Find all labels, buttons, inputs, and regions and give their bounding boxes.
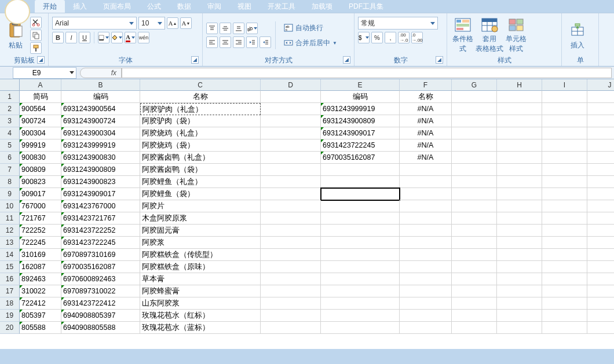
cell[interactable]: 6970035162087 — [321, 152, 400, 164]
cell[interactable] — [542, 322, 587, 334]
cell[interactable] — [497, 139, 542, 152]
border-button[interactable] — [98, 32, 109, 43]
cell[interactable] — [587, 115, 614, 127]
col-header-A[interactable]: A — [20, 79, 61, 91]
cell[interactable] — [587, 176, 614, 188]
cell[interactable] — [452, 164, 497, 176]
cell[interactable]: 6940908805588 — [61, 322, 140, 334]
cell[interactable]: 6931423722245 — [61, 237, 140, 249]
cell[interactable] — [587, 152, 614, 164]
cell[interactable]: 6970897310169 — [61, 249, 140, 261]
cell[interactable] — [261, 188, 321, 200]
decrease-font-button[interactable]: A▼ — [180, 17, 192, 29]
cell[interactable] — [587, 127, 614, 139]
cell[interactable] — [452, 273, 497, 285]
copy-button[interactable] — [30, 30, 42, 41]
cell[interactable] — [261, 297, 321, 310]
cell[interactable] — [497, 322, 542, 334]
row-header[interactable]: 8 — [0, 176, 20, 188]
fill-color-button[interactable] — [111, 32, 123, 43]
cell[interactable] — [452, 103, 497, 115]
cell[interactable] — [587, 188, 614, 200]
cell[interactable] — [542, 297, 587, 310]
cell[interactable] — [452, 310, 497, 322]
cell[interactable] — [261, 103, 321, 115]
align-middle-button[interactable] — [220, 23, 231, 34]
cell[interactable]: 6931243900564 — [61, 103, 140, 115]
row-header[interactable]: 10 — [0, 200, 20, 212]
tab-视图[interactable]: 视图 — [229, 0, 260, 13]
conditional-format-button[interactable]: 条件格式 — [451, 17, 475, 54]
cell[interactable] — [587, 285, 614, 297]
cell[interactable] — [261, 212, 321, 225]
cell[interactable] — [452, 127, 497, 139]
row-header[interactable]: 19 — [0, 310, 20, 322]
cell[interactable]: 805588 — [20, 322, 61, 334]
italic-button[interactable]: I — [65, 32, 77, 43]
col-header-J[interactable]: J — [587, 79, 614, 91]
cell[interactable] — [400, 164, 452, 176]
comma-button[interactable]: , — [385, 32, 396, 43]
cell[interactable] — [321, 249, 400, 261]
cell[interactable] — [452, 225, 497, 237]
cell[interactable] — [261, 225, 321, 237]
cell[interactable] — [321, 200, 400, 212]
cell[interactable] — [497, 297, 542, 310]
font-color-button[interactable]: A — [125, 32, 136, 43]
cell[interactable] — [497, 249, 542, 261]
office-button[interactable] — [5, 0, 30, 24]
cell[interactable] — [452, 285, 497, 297]
cell[interactable] — [261, 261, 321, 273]
name-box-input[interactable] — [13, 69, 60, 77]
font-name-combo[interactable]: Arial — [52, 17, 137, 30]
cell[interactable] — [452, 212, 497, 225]
cell[interactable] — [452, 176, 497, 188]
cell[interactable] — [261, 322, 321, 334]
cell[interactable]: 805397 — [20, 310, 61, 322]
cell[interactable] — [497, 225, 542, 237]
cell[interactable] — [321, 225, 400, 237]
cell[interactable] — [497, 103, 542, 115]
cell[interactable]: 阿胶驴肉（袋） — [140, 115, 261, 127]
decrease-decimal-button[interactable]: .0→.00 — [411, 32, 423, 43]
cell[interactable] — [452, 261, 497, 273]
merge-center-button[interactable]: 合并后居中▼ — [280, 36, 341, 49]
cell[interactable] — [452, 139, 497, 152]
cell[interactable]: 6931243900809 — [61, 164, 140, 176]
cell[interactable]: 6931423722412 — [61, 297, 140, 310]
cell[interactable]: 999919 — [20, 139, 61, 152]
cell[interactable]: #N/A — [400, 103, 452, 115]
cell[interactable] — [542, 237, 587, 249]
cell[interactable] — [587, 200, 614, 212]
cell[interactable]: 玫瑰花苞水（蓝标） — [140, 322, 261, 334]
cell[interactable] — [542, 249, 587, 261]
col-header-H[interactable]: H — [497, 79, 542, 91]
cell[interactable] — [587, 297, 614, 310]
cell[interactable] — [321, 164, 400, 176]
cell[interactable] — [261, 152, 321, 164]
cell[interactable] — [261, 200, 321, 212]
cell[interactable] — [400, 200, 452, 212]
cell[interactable]: 阿胶固元膏 — [140, 225, 261, 237]
cell[interactable] — [542, 225, 587, 237]
phonetic-button[interactable]: wén — [138, 32, 149, 43]
cell[interactable]: 6940908805397 — [61, 310, 140, 322]
cell[interactable]: 162087 — [20, 261, 61, 273]
fx-button[interactable]: fx — [80, 68, 122, 78]
percent-button[interactable]: % — [371, 32, 383, 43]
tab-加载项[interactable]: 加载项 — [304, 0, 341, 13]
cell[interactable] — [587, 91, 614, 103]
cell[interactable]: #N/A — [400, 115, 452, 127]
cell[interactable] — [261, 127, 321, 139]
cell[interactable]: 木盒阿胶原浆 — [140, 212, 261, 225]
cell[interactable] — [542, 188, 587, 200]
cell[interactable] — [587, 225, 614, 237]
row-header[interactable]: 6 — [0, 152, 20, 164]
cell[interactable] — [321, 273, 400, 285]
spreadsheet-grid[interactable]: ABCDEFGHIJ 12345678910111213141516171819… — [0, 79, 614, 349]
col-header-B[interactable]: B — [61, 79, 140, 91]
cell-styles-button[interactable]: 单元格 样式 — [504, 17, 528, 54]
format-as-table-button[interactable]: 套用 表格格式 — [477, 17, 502, 54]
cell[interactable]: 草本膏 — [140, 273, 261, 285]
col-header-D[interactable]: D — [261, 79, 321, 91]
